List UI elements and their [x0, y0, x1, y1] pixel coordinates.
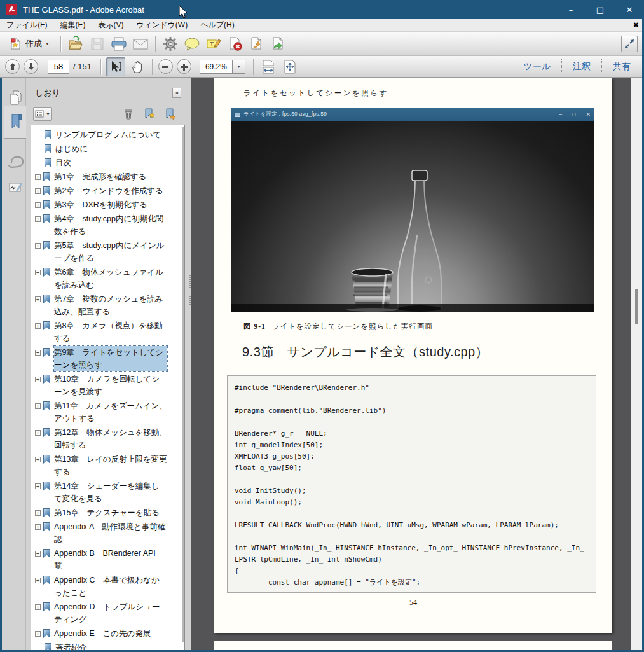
goto-bookmark-button[interactable]	[162, 106, 179, 121]
bookmark-label[interactable]: 第4章 study.cpp内に初期化関数を作る	[54, 212, 167, 238]
close-button[interactable]: ✕	[615, 0, 644, 19]
expand-icon[interactable]: +	[35, 457, 41, 462]
select-tool-button[interactable]	[106, 57, 125, 76]
maximize-button[interactable]: □	[586, 0, 615, 19]
bookmarks-tab[interactable]	[4, 106, 29, 139]
bookmark-item[interactable]: + 第13章 レイの反射上限を変更する	[31, 452, 184, 479]
bookmark-item[interactable]: + 第12章 物体メッシュを移動、回転する	[31, 426, 184, 452]
zoom-out-button[interactable]	[158, 59, 173, 74]
settings-button[interactable]	[161, 34, 180, 53]
bookmark-item[interactable]: + Appendix E この先の発展	[31, 627, 184, 641]
bookmark-label[interactable]: 第15章 テクスチャーを貼る	[54, 506, 167, 519]
hand-tool-button[interactable]	[128, 57, 147, 76]
delete-pages-button[interactable]	[226, 34, 245, 53]
expand-icon[interactable]: +	[35, 483, 41, 489]
bookmark-item[interactable]: + 第11章 カメラをズームイン、アウトする	[31, 399, 184, 426]
bookmark-label[interactable]: 目次	[55, 156, 168, 169]
signatures-tab[interactable]	[4, 173, 28, 201]
previous-page-button[interactable]	[5, 59, 20, 74]
open-file-button[interactable]	[66, 34, 85, 53]
expand-icon[interactable]: +	[35, 524, 41, 530]
fullscreen-button[interactable]	[621, 36, 638, 52]
bookmark-item[interactable]: + 第3章 DXRを初期化する	[31, 198, 184, 212]
fit-page-button[interactable]	[280, 57, 299, 76]
expand-icon[interactable]: +	[35, 631, 41, 637]
expand-icon[interactable]: +	[35, 430, 41, 436]
fit-width-button[interactable]	[259, 57, 278, 76]
bookmark-item[interactable]: + 第1章 完成形を確認する	[31, 170, 184, 184]
bookmark-label[interactable]: Appendix C 本書で扱わなかったこと	[54, 574, 167, 599]
menu-help[interactable]: ヘルプ(H)	[194, 18, 241, 32]
bookmark-item[interactable]: 目次	[31, 156, 184, 170]
bookmark-label[interactable]: 第14章 シェーダーを編集して変化を見る	[54, 480, 167, 505]
expand-icon[interactable]: +	[35, 174, 41, 180]
email-button[interactable]	[131, 34, 150, 53]
save-file-button[interactable]	[88, 34, 107, 53]
zoom-dropdown-button[interactable]: ▼	[233, 60, 245, 74]
bookmark-label[interactable]: 第9章 ライトをセットしてシーンを照らす	[54, 346, 167, 371]
create-pdf-button[interactable]: 作成 ▼	[4, 34, 55, 53]
expand-icon[interactable]: +	[35, 270, 41, 275]
comment-link[interactable]: 注釈	[562, 61, 601, 73]
expand-icon[interactable]: +	[35, 403, 41, 409]
document-area[interactable]: ライトをセットしてシーンを照らす ライトを設定 : fps:60 avg_fps…	[191, 78, 644, 652]
expand-icon[interactable]: +	[35, 202, 41, 208]
expand-icon[interactable]: +	[35, 377, 41, 382]
bookmark-label[interactable]: サンプルプログラムについて	[55, 128, 168, 141]
print-button[interactable]	[109, 34, 128, 53]
menu-file[interactable]: ファイル(F)	[0, 18, 53, 32]
bookmark-item[interactable]: + 第15章 テクスチャーを貼る	[31, 506, 184, 520]
close-document-icon[interactable]: ✖	[633, 21, 639, 29]
minimize-button[interactable]: –	[556, 0, 586, 19]
bookmark-item[interactable]: + 第7章 複数のメッシュを読み込み、配置する	[31, 292, 184, 319]
expand-icon[interactable]: +	[35, 510, 41, 516]
delete-bookmark-button[interactable]	[120, 106, 137, 121]
expand-icon[interactable]: +	[35, 323, 41, 329]
highlight-text-button[interactable]: T	[204, 34, 223, 53]
bookmark-label[interactable]: 第1章 完成形を確認する	[54, 170, 167, 183]
bookmark-item[interactable]: + Appendix B BRenderer API 一覧	[31, 546, 184, 573]
bookmark-item[interactable]: + 第2章 ウィンドウを作成する	[31, 184, 184, 198]
expand-icon[interactable]: +	[35, 578, 41, 583]
bookmark-label[interactable]: 第10章 カメラを回転してシーンを見渡す	[54, 373, 167, 398]
bookmark-label[interactable]: 第8章 カメラ（視点）を移動する	[54, 319, 167, 345]
bookmark-label[interactable]: Appendix B BRenderer API 一覧	[54, 547, 167, 572]
expand-icon[interactable]: +	[35, 604, 41, 610]
collapse-panel-button[interactable]: ◄	[172, 88, 181, 98]
bookmark-scrollbar[interactable]	[182, 127, 184, 642]
zoom-level-input[interactable]: 69.2%	[200, 60, 233, 74]
bookmark-item[interactable]: + 第4章 study.cpp内に初期化関数を作る	[31, 212, 184, 239]
menu-window[interactable]: ウィンドウ(W)	[130, 18, 194, 32]
expand-icon[interactable]: +	[35, 296, 41, 302]
bookmark-item[interactable]: + Appendix A 動作環境と事前確認	[31, 520, 184, 546]
bookmark-label[interactable]: 第5章 study.cpp内にメインループを作る	[54, 239, 167, 265]
scrollbar-thumb[interactable]	[635, 289, 638, 324]
bookmark-label[interactable]: はじめに	[55, 142, 168, 155]
bookmark-label[interactable]: 第6章 物体メッシュファイルを読み込む	[54, 266, 167, 291]
bookmark-label[interactable]: Appendix E この先の発展	[54, 627, 167, 640]
new-bookmark-button[interactable]	[141, 106, 158, 121]
expand-icon[interactable]: +	[35, 188, 41, 194]
bookmark-item[interactable]: + Appendix C 本書で扱わなかったこと	[31, 573, 184, 600]
expand-icon[interactable]: +	[35, 350, 41, 356]
expand-icon[interactable]: +	[35, 551, 41, 557]
bookmark-options-button[interactable]: ▼	[33, 107, 52, 121]
menu-view[interactable]: 表示(V)	[92, 18, 130, 32]
title-bar[interactable]: THE GLASS.pdf - Adobe Acrobat – □ ✕	[0, 0, 644, 19]
bookmark-item[interactable]: + 第14章 シェーダーを編集して変化を見る	[31, 479, 184, 506]
page-number-input[interactable]	[48, 60, 69, 74]
bookmark-label[interactable]: 第3章 DXRを初期化する	[54, 198, 167, 211]
bookmark-label[interactable]: Appendix A 動作環境と事前確認	[54, 520, 167, 546]
bookmark-label[interactable]: 第7章 複数のメッシュを読み込み、配置する	[54, 293, 167, 318]
tools-link[interactable]: ツール	[512, 61, 561, 73]
bookmark-item[interactable]: サンプルプログラムについて	[31, 128, 184, 142]
send-file-button[interactable]	[269, 34, 288, 53]
bookmark-label[interactable]: 第2章 ウィンドウを作成する	[54, 184, 167, 197]
next-page-button[interactable]	[24, 59, 38, 74]
bookmark-item[interactable]: + 第9章 ライトをセットしてシーンを照らす	[31, 345, 184, 372]
bookmark-item[interactable]: + 第6章 物体メッシュファイルを読み込む	[31, 265, 184, 292]
bookmark-label[interactable]: Appendix D トラブルシューティング	[54, 600, 167, 626]
bookmark-label[interactable]: 第12章 物体メッシュを移動、回転する	[54, 426, 167, 452]
bookmark-item[interactable]: はじめに	[31, 142, 184, 156]
extract-pages-button[interactable]	[247, 34, 266, 53]
